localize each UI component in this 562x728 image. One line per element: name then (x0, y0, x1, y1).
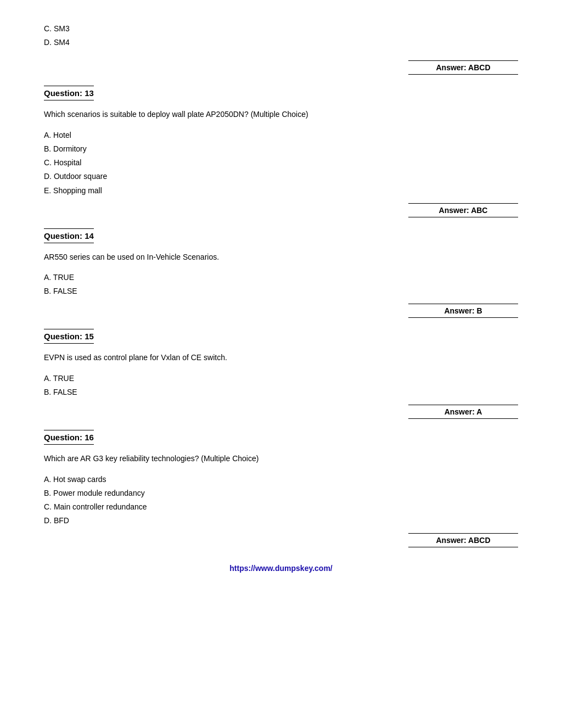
q14-option-b: B. FALSE (44, 284, 518, 298)
question-16-options: A. Hot swap cards B. Power module redund… (44, 473, 518, 528)
question-16-block: Question: 16 Which are AR G3 key reliabi… (44, 430, 518, 547)
question-15-block: Question: 15 EVPN is used as control pla… (44, 329, 518, 419)
question-13-header: Question: 13 (44, 86, 94, 100)
website-link-block: https://www.dumpskey.com/ (44, 564, 518, 573)
question-13-block: Question: 13 Which scenarios is suitable… (44, 86, 518, 217)
q16-option-d: D. BFD (44, 514, 518, 528)
question-13-title: Question: 13 (44, 88, 94, 98)
first-answer-block: Answer: ABCD (44, 60, 518, 75)
question-14-text: AR550 series can be used on In-Vehicle S… (44, 251, 518, 263)
question-16-header: Question: 16 (44, 430, 94, 445)
q16-option-a: A. Hot swap cards (44, 473, 518, 486)
q15-answer-block: Answer: A (44, 405, 518, 419)
intro-option-c: C. SM3 (44, 22, 518, 36)
question-15-text: EVPN is used as control plane for Vxlan … (44, 351, 518, 363)
q13-option-c: C. Hospital (44, 156, 518, 170)
question-15-options: A. TRUE B. FALSE (44, 372, 518, 399)
q13-answer-box: Answer: ABC (408, 203, 518, 217)
q16-option-b: B. Power module redundancy (44, 486, 518, 500)
q13-option-e: E. Shopping mall (44, 184, 518, 198)
question-14-title: Question: 14 (44, 231, 94, 240)
question-16-title: Question: 16 (44, 433, 94, 442)
q15-answer-text: Answer: A (445, 407, 482, 416)
q14-answer-block: Answer: B (44, 304, 518, 318)
q13-option-d: D. Outdoor square (44, 170, 518, 183)
first-answer-box: Answer: ABCD (408, 60, 518, 75)
q15-option-a: A. TRUE (44, 372, 518, 385)
q13-answer-text: Answer: ABC (439, 206, 488, 215)
question-13-options: A. Hotel B. Dormitory C. Hospital D. Out… (44, 128, 518, 198)
q13-answer-block: Answer: ABC (44, 203, 518, 217)
question-15-header: Question: 15 (44, 329, 94, 344)
question-13-text: Which scenarios is suitable to deploy wa… (44, 108, 518, 120)
website-url[interactable]: https://www.dumpskey.com/ (229, 564, 332, 573)
question-14-block: Question: 14 AR550 series can be used on… (44, 228, 518, 318)
first-answer-text: Answer: ABCD (436, 63, 490, 72)
q15-answer-box: Answer: A (408, 405, 518, 419)
intro-option-d: D. SM4 (44, 36, 518, 49)
question-14-options: A. TRUE B. FALSE (44, 271, 518, 298)
q13-option-a: A. Hotel (44, 128, 518, 142)
question-16-text: Which are AR G3 key reliability technolo… (44, 452, 518, 464)
q14-answer-text: Answer: B (444, 306, 482, 315)
q16-answer-text: Answer: ABCD (436, 536, 490, 545)
q13-option-b: B. Dormitory (44, 142, 518, 156)
q15-option-b: B. FALSE (44, 385, 518, 399)
question-14-header: Question: 14 (44, 228, 94, 243)
q16-option-c: C. Main controller redundance (44, 500, 518, 514)
q14-option-a: A. TRUE (44, 271, 518, 284)
question-15-title: Question: 15 (44, 332, 94, 341)
q16-answer-box: Answer: ABCD (408, 533, 518, 547)
q16-answer-block: Answer: ABCD (44, 533, 518, 547)
intro-options: C. SM3 D. SM4 (44, 22, 518, 49)
q14-answer-box: Answer: B (408, 304, 518, 318)
